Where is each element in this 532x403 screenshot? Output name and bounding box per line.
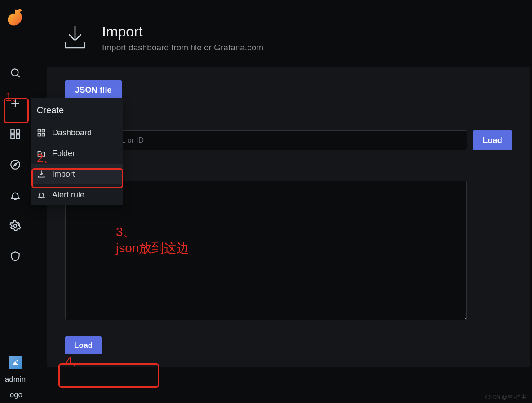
svg-rect-15 — [38, 134, 41, 136]
grafana-com-label: a.com — [65, 117, 512, 126]
svg-marker-9 — [14, 163, 17, 166]
svg-line-1 — [18, 75, 20, 77]
flyout-item-label: Alert rule — [52, 190, 84, 200]
flyout-item-dashboard[interactable]: Dashboard — [31, 122, 123, 143]
flyout-title: Create — [31, 98, 123, 122]
import-icon — [37, 170, 46, 179]
page-header: Import Import dashboard from file or Gra… — [47, 4, 532, 67]
user-avatar[interactable] — [0, 353, 31, 372]
dashboards-icon[interactable] — [0, 119, 31, 149]
load-json-button[interactable]: Load — [65, 336, 102, 354]
page-title: Import — [102, 23, 263, 40]
configuration-icon[interactable] — [0, 210, 31, 241]
search-icon[interactable] — [0, 58, 31, 88]
flyout-item-import[interactable]: Import — [31, 164, 123, 184]
json-textarea[interactable] — [65, 181, 467, 320]
json-label: json — [65, 167, 512, 176]
svg-rect-13 — [38, 130, 41, 132]
upload-json-button[interactable]: JSON file — [65, 80, 122, 100]
svg-marker-11 — [13, 361, 18, 365]
flyout-item-label: Folder — [52, 149, 75, 158]
svg-rect-5 — [16, 130, 20, 133]
alerting-icon[interactable] — [0, 180, 31, 210]
svg-rect-14 — [42, 130, 45, 132]
create-flyout: Create Dashboard Folder Import Alert rul… — [31, 98, 123, 205]
svg-rect-7 — [16, 135, 20, 139]
page-subtitle: Import dashboard from file or Grafana.co… — [102, 43, 263, 53]
grafana-logo-icon[interactable] — [0, 3, 31, 33]
apps-icon — [37, 128, 46, 137]
import-icon — [61, 22, 89, 53]
explore-icon[interactable] — [0, 149, 31, 180]
svg-point-8 — [11, 160, 20, 169]
admin-label: admin — [0, 375, 31, 384]
flyout-item-folder[interactable]: Folder — [31, 143, 123, 164]
bell-icon — [37, 190, 46, 199]
sidebar: admin logo — [0, 0, 31, 403]
watermark: CSDN @空~自由 — [485, 394, 527, 401]
admin-icon[interactable] — [0, 241, 31, 272]
svg-rect-6 — [11, 135, 14, 139]
load-grafana-button[interactable]: Load — [473, 130, 512, 150]
grafana-com-input[interactable] — [65, 130, 467, 150]
folder-plus-icon — [37, 149, 46, 158]
svg-rect-16 — [42, 134, 45, 136]
flyout-item-label: Dashboard — [52, 128, 92, 138]
svg-rect-4 — [11, 130, 14, 133]
plus-icon[interactable] — [0, 88, 31, 119]
flyout-item-label: Import — [52, 170, 75, 179]
svg-point-10 — [14, 224, 17, 228]
svg-point-0 — [11, 69, 18, 76]
flyout-item-alert-rule[interactable]: Alert rule — [31, 184, 123, 205]
logout-label[interactable]: logo — [0, 390, 31, 399]
svg-point-12 — [17, 360, 18, 361]
